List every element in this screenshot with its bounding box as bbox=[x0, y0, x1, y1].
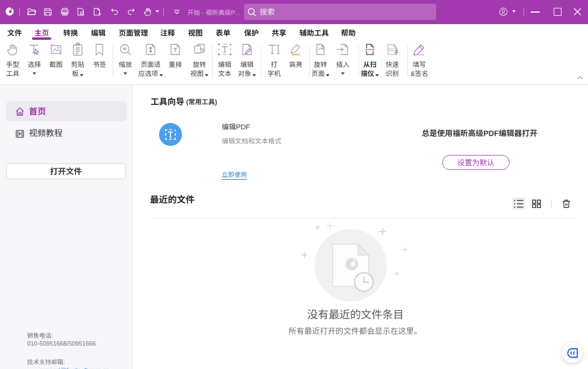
svg-text:OCR: OCR bbox=[389, 48, 398, 52]
